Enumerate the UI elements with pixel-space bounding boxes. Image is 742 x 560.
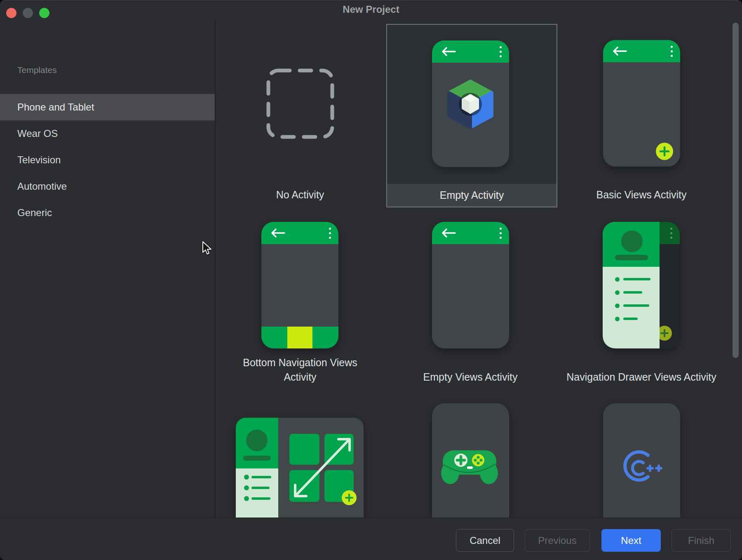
- appbar: [261, 222, 338, 244]
- empty-activity-phone-mockup: [432, 40, 509, 167]
- page-title: New Project: [0, 4, 742, 15]
- new-project-dialog: New Project Templates Phone and Tablet W…: [0, 0, 742, 560]
- empty-views-phone-mockup: [432, 222, 509, 348]
- back-arrow-icon: [439, 228, 458, 238]
- cpp-icon: [618, 445, 668, 491]
- overflow-menu-icon: [329, 228, 331, 239]
- sidebar-item-phone-and-tablet[interactable]: Phone and Tablet: [0, 94, 215, 120]
- sidebar-item-television[interactable]: Television: [0, 147, 215, 173]
- card-label: Basic Views Activity: [547, 189, 736, 201]
- card-label: No Activity: [205, 189, 395, 201]
- sidebar-item-label: Television: [17, 154, 61, 166]
- sidebar-divider: [215, 20, 216, 518]
- sidebar-item-wear-os[interactable]: Wear OS: [0, 120, 215, 147]
- back-arrow-icon: [611, 46, 629, 56]
- card-game-template[interactable]: [432, 403, 509, 518]
- sidebar-item-label: Generic: [17, 207, 52, 219]
- card-label: Navigation Drawer Views Activity: [547, 371, 736, 383]
- game-controller-icon: [435, 447, 505, 494]
- titlebar: New Project: [0, 0, 742, 20]
- bottom-nav-phone-mockup: [261, 222, 338, 348]
- fab-add-icon: [656, 143, 673, 160]
- card-label: Bottom Navigation Views Activity: [226, 355, 374, 384]
- templates-header: Templates: [17, 65, 57, 75]
- overflow-menu-icon: [500, 228, 502, 239]
- card-cpp-template[interactable]: [603, 403, 680, 518]
- overflow-menu-icon: [670, 228, 672, 239]
- avatar: [621, 231, 643, 252]
- card-tablet-template[interactable]: [236, 418, 364, 518]
- sidebar-item-label: Automotive: [17, 181, 67, 192]
- sidebar-item-label: Wear OS: [17, 128, 58, 139]
- next-button[interactable]: Next: [601, 529, 661, 552]
- nav-drawer-phone-mockup: [603, 222, 680, 348]
- footer-bar: Cancel Previous Next Finish: [0, 518, 742, 560]
- appbar: [432, 222, 509, 244]
- sidebar-item-label: Phone and Tablet: [17, 101, 94, 113]
- nav-drawer-panel: [603, 222, 660, 348]
- back-arrow-icon: [269, 228, 287, 238]
- jetpack-compose-icon: [446, 80, 494, 129]
- card-label: Empty Activity: [387, 184, 556, 207]
- back-arrow-icon: [439, 46, 458, 57]
- sidebar-item-generic[interactable]: Generic: [0, 200, 215, 226]
- gallery-scrollbar[interactable]: [733, 23, 739, 358]
- finish-button[interactable]: Finish: [672, 529, 731, 552]
- card-label: Empty Views Activity: [376, 371, 565, 383]
- sidebar: Templates Phone and Tablet Wear OS Telev…: [0, 20, 215, 518]
- bottom-nav-bar: [261, 327, 338, 348]
- overflow-menu-icon: [500, 46, 502, 57]
- mouse-cursor: [202, 241, 212, 257]
- sidebar-list: Phone and Tablet Wear OS Television Auto…: [0, 94, 215, 226]
- sidebar-item-automotive[interactable]: Automotive: [0, 173, 215, 200]
- fab-add-icon: [342, 490, 357, 505]
- no-activity-icon: [266, 68, 335, 141]
- previous-button[interactable]: Previous: [525, 529, 590, 552]
- overflow-menu-icon: [671, 46, 673, 57]
- basic-views-phone-mockup: [603, 40, 680, 167]
- appbar: [432, 40, 509, 63]
- appbar: [603, 40, 680, 62]
- cancel-button[interactable]: Cancel: [456, 529, 514, 552]
- avatar: [246, 430, 268, 451]
